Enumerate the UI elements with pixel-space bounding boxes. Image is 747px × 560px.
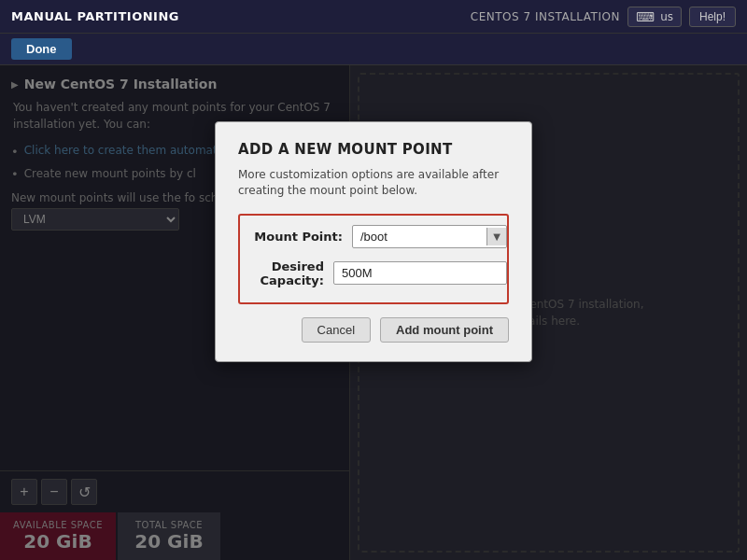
modal-title: ADD A NEW MOUNT POINT bbox=[238, 141, 509, 158]
modal-overlay: ADD A NEW MOUNT POINT More customization… bbox=[0, 65, 747, 560]
done-button[interactable]: Done bbox=[11, 38, 72, 60]
header: MANUAL PARTITIONING CENTOS 7 INSTALLATIO… bbox=[0, 0, 747, 34]
modal-buttons: Cancel Add mount point bbox=[238, 317, 509, 343]
main-content: ▶ New CentOS 7 Installation You haven't … bbox=[0, 65, 747, 560]
capacity-input[interactable] bbox=[333, 261, 507, 285]
help-button[interactable]: Help! bbox=[689, 7, 736, 27]
select-arrow-icon[interactable]: ▼ bbox=[486, 228, 506, 245]
capacity-label: Desired Capacity: bbox=[240, 259, 333, 287]
mount-point-row: Mount Point: /boot / /home /var swap ▼ bbox=[240, 225, 507, 248]
mount-point-select[interactable]: /boot / /home /var swap bbox=[353, 226, 486, 247]
fields-border: Mount Point: /boot / /home /var swap ▼ bbox=[238, 214, 509, 304]
keyboard-icon: ⌨ bbox=[636, 9, 655, 24]
toolbar: Done bbox=[0, 34, 747, 65]
keyboard-lang: us bbox=[660, 10, 673, 23]
add-mount-point-button[interactable]: Add mount point bbox=[380, 317, 509, 343]
mount-point-label: Mount Point: bbox=[240, 230, 352, 244]
modal-dialog: ADD A NEW MOUNT POINT More customization… bbox=[215, 121, 532, 362]
mount-point-select-wrapper[interactable]: /boot / /home /var swap ▼ bbox=[352, 225, 507, 248]
capacity-row: Desired Capacity: bbox=[240, 259, 507, 287]
keyboard-indicator[interactable]: ⌨ us bbox=[627, 7, 682, 27]
header-right: CENTOS 7 INSTALLATION ⌨ us Help! bbox=[471, 7, 736, 27]
page-title: MANUAL PARTITIONING bbox=[11, 9, 179, 23]
modal-description: More customization options are available… bbox=[238, 167, 509, 199]
cancel-button[interactable]: Cancel bbox=[302, 317, 371, 343]
centos-label: CENTOS 7 INSTALLATION bbox=[471, 10, 620, 23]
